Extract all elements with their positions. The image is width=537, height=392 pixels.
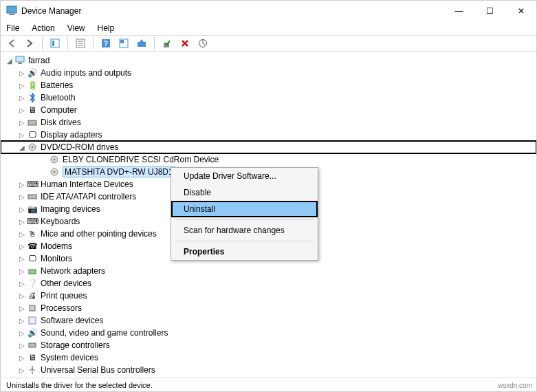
dvd-drive-icon [27, 142, 38, 153]
menu-action[interactable]: Action [32, 23, 54, 33]
window-title: Device Manager [21, 6, 443, 16]
forward-button[interactable] [23, 36, 36, 50]
close-button[interactable]: ✕ [505, 1, 536, 21]
expand-icon[interactable]: ▷ [17, 317, 27, 325]
expand-icon[interactable]: ▷ [17, 193, 27, 201]
expand-icon[interactable]: ▷ [17, 280, 27, 287]
svg-point-22 [54, 159, 56, 161]
expand-icon[interactable]: ▷ [17, 243, 27, 250]
tree-item[interactable]: ▷Storage controllers [1, 339, 536, 351]
toolbar-separator [42, 37, 43, 50]
ctx-separator [175, 219, 314, 220]
tree-item[interactable]: ▷Universal Serial Bus controllers [1, 364, 536, 376]
svg-rect-16 [18, 63, 22, 64]
ctx-separator [175, 241, 314, 241]
expand-icon[interactable]: ▷ [17, 181, 27, 188]
tree-item[interactable]: ▷🖨Print queues [1, 290, 536, 302]
uninstall-device-icon[interactable] [178, 36, 192, 50]
disk-icon [27, 117, 38, 128]
expand-icon[interactable]: ▷ [17, 268, 27, 275]
expand-icon[interactable]: ▷ [17, 255, 27, 263]
svg-rect-29 [29, 343, 36, 347]
toolbar-separator [154, 37, 155, 50]
tree-root[interactable]: ◢ farrad [1, 54, 536, 67]
tree-item[interactable]: ▷Software devices [1, 314, 536, 327]
expand-icon[interactable]: ▷ [17, 82, 27, 89]
svg-rect-2 [51, 39, 59, 47]
expand-icon[interactable]: ▷ [17, 131, 27, 139]
expand-icon[interactable]: ▷ [17, 94, 27, 102]
tree-item[interactable]: ▷🖵Display adapters [1, 129, 536, 141]
svg-point-24 [54, 171, 56, 173]
battery-icon: 🔋 [27, 80, 38, 91]
menu-bar: File Action View Help [1, 21, 536, 35]
scan-hardware-icon[interactable] [196, 36, 210, 50]
back-button[interactable] [5, 36, 19, 50]
update-driver-icon[interactable] [135, 36, 149, 50]
svg-rect-3 [52, 41, 54, 46]
software-icon [27, 315, 38, 326]
expand-icon[interactable]: ▷ [17, 206, 27, 213]
tree-item[interactable]: ▷🖥Computer [1, 104, 536, 116]
printer-icon: 🖨 [27, 290, 38, 301]
expand-icon[interactable]: ▷ [17, 230, 27, 238]
ctx-uninstall[interactable]: Uninstall [171, 201, 318, 217]
wizard-icon[interactable] [117, 36, 131, 50]
expand-icon[interactable]: ▷ [17, 305, 27, 312]
properties-icon[interactable] [74, 36, 87, 50]
device-tree-scroll[interactable]: ◢ farrad ▷🔊Audio inputs and outputs ▷🔋Ba… [1, 52, 536, 378]
sound-icon: 🔊 [27, 327, 38, 338]
dvd-drive-icon [49, 154, 60, 165]
svg-rect-27 [30, 305, 35, 311]
expand-icon[interactable]: ▷ [17, 218, 27, 226]
expand-icon[interactable]: ▷ [17, 292, 27, 300]
expand-icon[interactable]: ▷ [17, 69, 27, 77]
tree-item[interactable]: ▷🔋Batteries [1, 79, 536, 91]
storage-icon [27, 340, 38, 351]
computer-icon [14, 55, 25, 66]
expand-icon[interactable]: ▷ [17, 107, 27, 114]
tree-item[interactable]: ▷🖥System devices [1, 351, 536, 364]
enable-device-icon[interactable] [160, 36, 174, 50]
tree-item[interactable]: ▷❔Other devices [1, 277, 536, 290]
maximize-button[interactable]: ☐ [474, 1, 505, 21]
expand-icon[interactable]: ▷ [17, 119, 27, 127]
processor-icon [27, 303, 38, 314]
tree-root-label: farrad [28, 56, 50, 65]
svg-point-20 [32, 146, 34, 149]
other-icon: ❔ [27, 278, 38, 289]
help-icon[interactable]: ? [99, 36, 113, 50]
menu-view[interactable]: View [67, 23, 85, 33]
show-hide-tree-icon[interactable] [48, 36, 62, 50]
svg-rect-26 [29, 270, 36, 274]
ctx-properties[interactable]: Properties [171, 243, 318, 260]
menu-file[interactable]: File [6, 23, 19, 33]
minimize-button[interactable]: — [443, 1, 474, 21]
display-icon: 🖵 [27, 129, 38, 140]
menu-help[interactable]: Help [98, 23, 115, 33]
expand-icon[interactable]: ◢ [5, 57, 14, 65]
collapse-icon[interactable]: ◢ [17, 144, 27, 151]
status-bar: Uninstalls the driver for the selected d… [1, 378, 536, 391]
svg-rect-25 [28, 195, 36, 199]
tree-item[interactable]: ▷Bluetooth [1, 91, 536, 104]
tree-item[interactable]: ▷Processors [1, 302, 536, 314]
tree-item-dvd[interactable]: ◢DVD/CD-ROM drives [1, 141, 536, 153]
expand-icon[interactable]: ▷ [17, 342, 27, 349]
toolbar: ? [1, 35, 536, 52]
expand-icon[interactable]: ▷ [17, 367, 27, 374]
expand-icon[interactable]: ▷ [17, 329, 27, 337]
tree-item[interactable]: ▷Network adapters [1, 265, 536, 277]
svg-text:?: ? [104, 40, 108, 47]
ctx-update-driver[interactable]: Update Driver Software... [171, 168, 318, 184]
ctx-disable[interactable]: Disable [171, 184, 318, 201]
modem-icon: ☎ [27, 241, 38, 252]
ctx-scan[interactable]: Scan for hardware changes [171, 222, 318, 239]
tree-item[interactable]: ▷🔊Audio inputs and outputs [1, 67, 536, 79]
tree-item[interactable]: ▷Disk drives [1, 116, 536, 129]
svg-rect-0 [7, 6, 17, 13]
expand-icon[interactable]: ▷ [17, 354, 27, 362]
tree-item[interactable]: ELBY CLONEDRIVE SCSI CdRom Device [1, 153, 536, 166]
tree-item[interactable]: ▷🔊Sound, video and game controllers [1, 327, 536, 339]
svg-rect-11 [120, 40, 124, 43]
